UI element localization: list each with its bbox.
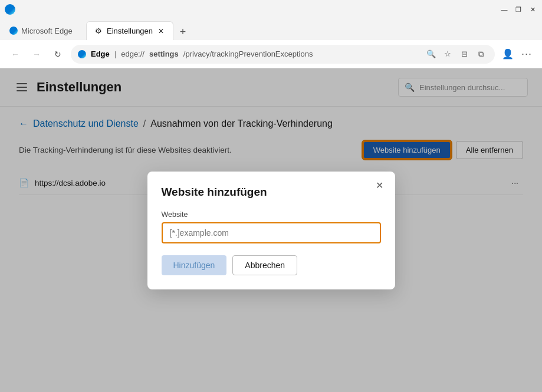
profile-button[interactable]: 👤 — [500, 46, 516, 62]
tab-settings[interactable]: ⚙ Einstellungen ✕ — [86, 21, 173, 40]
back-button[interactable]: ← — [7, 46, 24, 62]
minimize-button[interactable]: — — [500, 5, 509, 14]
address-url-suffix: /privacy/trackingPreventionExceptions — [183, 50, 313, 58]
dialog-title: Website hinzufügen — [162, 186, 381, 199]
close-button[interactable]: ✕ — [528, 5, 537, 14]
favorites-icon[interactable]: ☆ — [441, 47, 455, 61]
title-bar-controls: — ❐ ✕ — [500, 5, 537, 14]
dialog-close-button[interactable]: ✕ — [373, 179, 387, 193]
search-icon[interactable]: 🔍 — [424, 47, 438, 61]
dialog-cancel-button[interactable]: Abbrechen — [232, 255, 297, 275]
title-bar: — ❐ ✕ — [0, 0, 542, 19]
address-bar: ← → ↻ Edge | edge://settings/privacy/tra… — [0, 40, 542, 68]
address-url-prefix: edge:// — [121, 50, 144, 58]
modal-overlay: ✕ Website hinzufügen Website Hinzufügen … — [0, 68, 542, 392]
dialog-actions: Hinzufügen Abbrechen — [162, 255, 381, 275]
tab-bar: Microsoft Edge ⚙ Einstellungen ✕ + — [0, 19, 542, 40]
settings-favicon: ⚙ — [94, 27, 103, 36]
address-edge-logo — [78, 50, 86, 58]
dialog-input-label: Website — [162, 210, 381, 219]
maximize-button[interactable]: ❐ — [514, 5, 523, 14]
dialog-website-input[interactable] — [162, 222, 381, 243]
tab-close-button[interactable]: ✕ — [156, 27, 166, 36]
dialog-add-button[interactable]: Hinzufügen — [162, 255, 227, 275]
tab-settings-label: Einstellungen — [107, 27, 153, 35]
address-icons: 🔍 ☆ ⊟ ⧉ — [424, 47, 488, 61]
tab-microsoft-edge[interactable]: Microsoft Edge — [2, 21, 85, 40]
tab-edge-label: Microsoft Edge — [21, 27, 73, 35]
refresh-button[interactable]: ↻ — [50, 46, 66, 62]
dialog: ✕ Website hinzufügen Website Hinzufügen … — [147, 172, 395, 289]
browser-toolbar: 👤 ··· — [500, 46, 535, 62]
edge-logo — [5, 4, 15, 15]
settings-container: Einstellungen 🔍 Einstellungen durchsuc..… — [0, 68, 542, 392]
address-field[interactable]: Edge | edge://settings/privacy/trackingP… — [71, 45, 495, 64]
address-separator: | — [114, 50, 116, 58]
more-tools-button[interactable]: ··· — [518, 46, 535, 62]
new-tab-button[interactable]: + — [175, 24, 191, 40]
address-url-bold: settings — [149, 50, 179, 58]
edge-favicon — [9, 27, 18, 35]
collections-icon[interactable]: ⊟ — [457, 47, 471, 61]
address-edge-label: Edge — [91, 50, 110, 58]
split-view-icon[interactable]: ⧉ — [474, 47, 488, 61]
forward-button[interactable]: → — [28, 46, 45, 62]
